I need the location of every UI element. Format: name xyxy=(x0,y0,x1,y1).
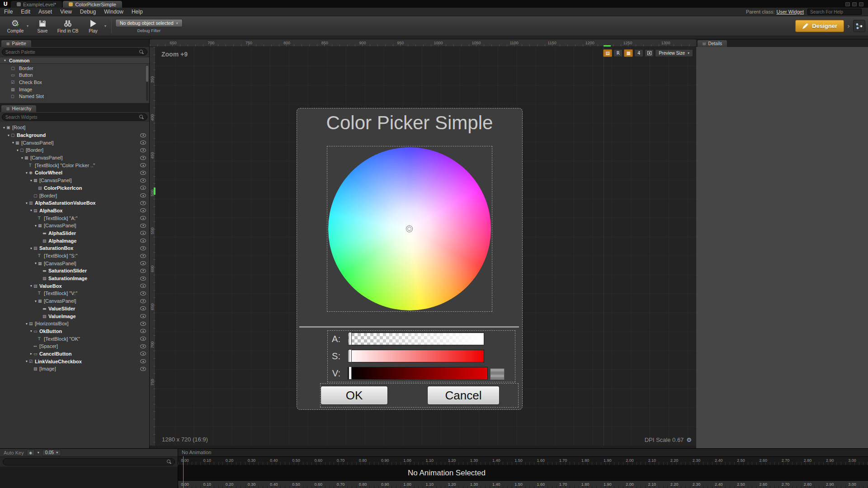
expand-arrow-icon[interactable]: ▾ xyxy=(33,224,38,228)
view-toggle-2[interactable]: ▦ xyxy=(624,49,633,57)
ok-button[interactable]: OK xyxy=(321,386,388,405)
visibility-eye-icon[interactable] xyxy=(140,201,146,205)
designer-viewport[interactable]: Zoom +9 ▤R▦4 Preview Size ▾ Color Picker… xyxy=(156,47,696,446)
expand-arrow-icon[interactable]: ▾ xyxy=(33,261,38,265)
visibility-eye-icon[interactable] xyxy=(140,208,146,212)
playhead[interactable] xyxy=(183,456,184,488)
menu-asset[interactable]: Asset xyxy=(34,8,56,16)
tab-options-icon[interactable] xyxy=(845,2,850,6)
visibility-eye-icon[interactable] xyxy=(140,254,146,258)
menu-window[interactable]: Window xyxy=(100,8,127,16)
visibility-eye-icon[interactable] xyxy=(140,277,146,281)
keying-options-button[interactable]: ◈ xyxy=(27,450,35,456)
hierarchy-row[interactable]: ▾☑LinkValueCheckbox xyxy=(0,357,149,365)
palette-item[interactable]: ▭Button xyxy=(0,72,149,79)
expand-arrow-icon[interactable]: ▾ xyxy=(15,148,20,152)
visibility-eye-icon[interactable] xyxy=(140,329,146,333)
visibility-eye-icon[interactable] xyxy=(140,291,146,296)
slider-handle[interactable] xyxy=(349,366,352,380)
visibility-eye-icon[interactable] xyxy=(140,337,146,341)
visibility-eye-icon[interactable] xyxy=(140,186,146,190)
visibility-eye-icon[interactable] xyxy=(140,156,146,160)
parent-class-link[interactable]: User Widget xyxy=(776,9,804,14)
saturation-slider-bar[interactable] xyxy=(348,350,484,362)
menu-edit[interactable]: Edit xyxy=(17,8,34,16)
expand-arrow-icon[interactable]: ▾ xyxy=(20,156,24,160)
palette-group-common[interactable]: ▾ Common xyxy=(0,57,149,64)
timeline-ruler-bottom[interactable]: 0.000.100.200.300.400.500.600.700.800.90… xyxy=(178,480,868,488)
visibility-eye-icon[interactable] xyxy=(140,344,146,348)
expand-arrow-icon[interactable]: ▾ xyxy=(24,359,29,363)
hierarchy-row[interactable]: ▾▣[Root] xyxy=(0,124,149,131)
palette-search-input[interactable] xyxy=(5,50,137,55)
hierarchy-row[interactable]: ▾▤[HorizontalBox] xyxy=(0,320,149,328)
visibility-eye-icon[interactable] xyxy=(140,216,146,220)
hierarchy-row[interactable]: ▸▭CancelButton xyxy=(0,350,149,358)
cancel-button[interactable]: Cancel xyxy=(427,386,500,405)
view-toggle-0[interactable]: ▤ xyxy=(603,49,612,57)
visibility-eye-icon[interactable] xyxy=(140,306,146,310)
slider-handle[interactable] xyxy=(349,332,352,345)
designer-mode-button[interactable]: Designer xyxy=(795,20,844,32)
play-button[interactable]: Play xyxy=(80,17,106,35)
hierarchy-row[interactable]: ▾▦[CanvasPanel] xyxy=(0,259,149,267)
menu-help[interactable]: Help xyxy=(127,8,147,16)
hierarchy-search-input[interactable] xyxy=(5,115,137,120)
compile-button[interactable]: ⚙✔ Compile xyxy=(3,17,28,35)
help-search-input[interactable] xyxy=(807,9,862,15)
tab-color-picker-simple[interactable]: ColorPickerSimple xyxy=(63,1,122,8)
hierarchy-row[interactable]: T[TextBlock] "V:" xyxy=(0,290,149,297)
tab-palette[interactable]: ▦ Palette xyxy=(1,40,31,47)
visibility-eye-icon[interactable] xyxy=(140,193,146,197)
hierarchy-row[interactable]: ▨AlphaImage xyxy=(0,237,149,244)
alpha-slider-bar[interactable] xyxy=(348,333,484,345)
palette-item[interactable]: ☑Check Box xyxy=(0,79,149,86)
hierarchy-row[interactable]: ▨[Image] xyxy=(0,365,149,373)
layout-icon[interactable] xyxy=(852,2,857,6)
snap-interval-dropdown[interactable]: 0.05 ▾ xyxy=(42,450,61,456)
visibility-eye-icon[interactable] xyxy=(140,231,146,235)
expand-arrow-icon[interactable]: ▾ xyxy=(33,299,38,303)
hierarchy-row[interactable]: T[TextBlock] "S:" xyxy=(0,252,149,260)
visibility-eye-icon[interactable] xyxy=(140,163,146,167)
dpi-settings-gear-icon[interactable]: ⚙ xyxy=(686,436,692,443)
save-button[interactable]: Save xyxy=(30,17,55,35)
timeline-ruler-top[interactable]: 0.000.100.200.300.400.500.600.700.800.90… xyxy=(178,456,868,465)
palette-item[interactable]: ◻Named Slot xyxy=(0,93,149,100)
expand-arrow-icon[interactable]: ▾ xyxy=(24,171,29,175)
visibility-eye-icon[interactable] xyxy=(140,359,146,363)
hierarchy-row[interactable]: ▾▤SaturationBox xyxy=(0,244,149,252)
hierarchy-row[interactable]: ▾▦[CanvasPanel] xyxy=(0,177,149,184)
compile-options-caret-icon[interactable]: ▾ xyxy=(27,24,28,28)
hierarchy-row[interactable]: ▾▭OkButton xyxy=(0,328,149,335)
hierarchy-row[interactable]: ▾▦[CanvasPanel] xyxy=(0,139,149,146)
expand-arrow-icon[interactable]: ▾ xyxy=(29,178,33,183)
hierarchy-row[interactable]: ▢[Border] xyxy=(0,192,149,199)
visibility-eye-icon[interactable] xyxy=(140,171,146,175)
expand-arrow-icon[interactable]: ▾ xyxy=(29,284,33,288)
menu-debug[interactable]: Debug xyxy=(76,8,100,16)
visibility-eye-icon[interactable] xyxy=(140,314,146,318)
visibility-eye-icon[interactable] xyxy=(140,239,146,243)
find-in-cb-button[interactable]: Find in CB xyxy=(55,17,80,35)
h-ruler[interactable]: 6507007508008509009501000105011001150120… xyxy=(150,39,696,47)
expand-arrow-icon[interactable]: ▾ xyxy=(24,201,29,205)
hierarchy-row[interactable]: ▬SaturationSlider xyxy=(0,267,149,275)
preview-size-dropdown[interactable]: Preview Size ▾ xyxy=(655,49,693,57)
visibility-eye-icon[interactable] xyxy=(140,284,146,288)
value-slider-bar[interactable] xyxy=(348,367,488,380)
hierarchy-row[interactable]: ▨ColorPickerIcon xyxy=(0,184,149,192)
visibility-eye-icon[interactable] xyxy=(140,224,146,228)
hierarchy-row[interactable]: ▾▥AlphaSaturationValueBox xyxy=(0,199,149,207)
hierarchy-row[interactable]: ▾◉ColorWheel xyxy=(0,169,149,177)
visibility-eye-icon[interactable] xyxy=(140,148,146,152)
hierarchy-row[interactable]: T[TextBlock] "OK" xyxy=(0,335,149,343)
view-toggle-1[interactable]: R xyxy=(613,49,623,57)
view-toggle-3[interactable]: 4 xyxy=(634,49,643,57)
v-ruler[interactable]: 350400450500550600650700750 xyxy=(150,47,156,446)
hierarchy-row[interactable]: ▬ValueSlider xyxy=(0,305,149,313)
link-value-checkbox[interactable] xyxy=(490,368,505,380)
chevron-down-icon[interactable]: ▾ xyxy=(38,450,39,455)
hierarchy-row[interactable]: ↔[Spacer] xyxy=(0,343,149,350)
close-icon[interactable] xyxy=(859,2,863,6)
